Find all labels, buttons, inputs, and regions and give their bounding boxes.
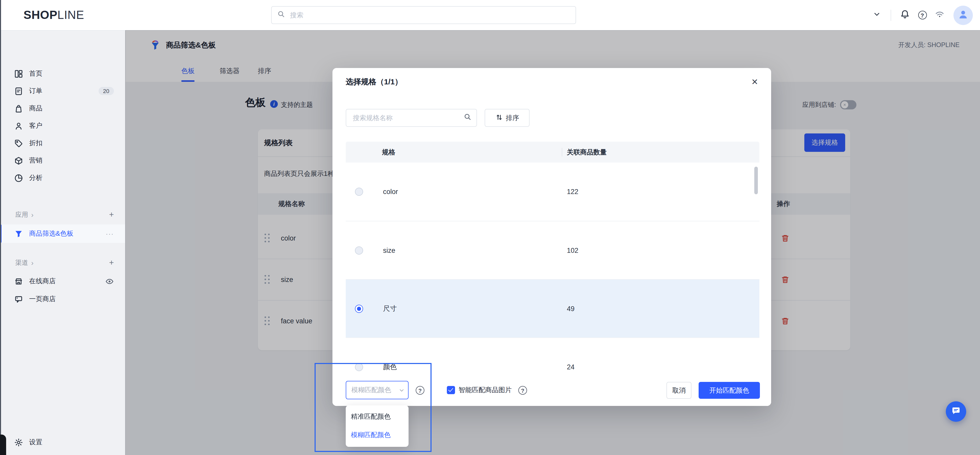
sort-button[interactable]: 排序 <box>485 109 530 127</box>
chevron-right-icon: › <box>31 259 33 267</box>
sidebar-section-channels[interactable]: 渠道 › + <box>0 254 125 271</box>
sidebar-item-label: 设置 <box>29 437 42 447</box>
shopline-logo: SHOPLINE <box>24 0 84 30</box>
sidebar-item-label: 折扣 <box>29 139 42 148</box>
dashboard-icon <box>14 69 23 78</box>
topbar-divider <box>891 10 891 21</box>
radio-unchecked[interactable] <box>355 363 363 371</box>
radio-unchecked[interactable] <box>355 188 363 196</box>
more-options-icon[interactable]: ··· <box>106 230 114 238</box>
sidebar-item-orders[interactable]: 订单 20 <box>0 82 125 100</box>
eye-icon[interactable] <box>105 277 114 286</box>
add-channel-button[interactable]: + <box>109 259 114 267</box>
network-status[interactable] <box>931 6 948 24</box>
sidebar-section-apps[interactable]: 应用 › + <box>0 206 125 224</box>
spec-row-size[interactable]: size 102 <box>346 221 759 279</box>
sidebar-item-label: 商品筛选&色板 <box>29 229 73 238</box>
gear-icon <box>14 438 23 447</box>
sidebar-item-label: 一页商店 <box>29 294 56 304</box>
sidebar-item-products[interactable]: 商品 <box>0 100 125 117</box>
match-mode-dropdown[interactable]: 模糊匹配颜色 <box>346 381 409 399</box>
column-divider <box>562 148 562 156</box>
global-search-input[interactable] <box>289 11 576 19</box>
radio-checked[interactable] <box>355 305 363 313</box>
scrollbar-thumb[interactable] <box>754 167 758 194</box>
sidebar: 首页 订单 20 商品 客户 折扣 营销 分析 应用 › <box>0 30 126 455</box>
radio-unchecked[interactable] <box>355 246 363 254</box>
sidebar-item-label: 商品 <box>29 104 42 113</box>
page-tag-icon <box>14 295 23 303</box>
help-button[interactable]: ? <box>913 6 931 24</box>
spec-search[interactable] <box>346 109 477 127</box>
spec-search-input[interactable] <box>352 113 464 122</box>
orders-count-badge: 20 <box>99 87 114 95</box>
spec-row-color[interactable]: color 122 <box>346 163 759 221</box>
dropdown-value: 模糊匹配颜色 <box>352 385 399 395</box>
sidebar-item-label: 订单 <box>29 86 42 96</box>
sort-icon <box>495 113 503 123</box>
sidebar-item-label: 在线商店 <box>29 276 56 286</box>
match-mode-options: 精准匹配颜色 模糊匹配颜色 <box>346 406 409 447</box>
column-count: 关联商品数量 <box>567 142 607 163</box>
sidebar-item-settings[interactable]: 设置 <box>0 434 125 451</box>
sidebar-item-online-store[interactable]: 在线商店 <box>0 273 125 290</box>
modal-table-header: 规格 关联商品数量 <box>346 142 759 163</box>
sidebar-item-label: 营销 <box>29 156 42 165</box>
sort-label: 排序 <box>506 113 519 123</box>
add-app-button[interactable]: + <box>109 211 114 219</box>
chat-fab[interactable] <box>946 401 966 422</box>
sidebar-item-home[interactable]: 首页 <box>0 65 125 82</box>
option-fuzzy-match[interactable]: 模糊匹配颜色 <box>346 426 409 444</box>
spec-count: 122 <box>567 188 578 196</box>
column-spec: 规格 <box>382 142 395 163</box>
global-search[interactable] <box>271 6 576 24</box>
spec-row-yanse[interactable]: 颜色 24 <box>346 337 759 376</box>
sidebar-item-marketing[interactable]: 营销 <box>0 152 125 169</box>
help-icon: ? <box>918 11 927 19</box>
option-exact-match[interactable]: 精准匹配颜色 <box>346 407 409 426</box>
help-icon[interactable]: ? <box>416 386 425 395</box>
spec-count: 24 <box>567 363 574 370</box>
spec-count: 49 <box>567 305 574 312</box>
pie-chart-icon <box>14 174 23 182</box>
sidebar-item-label: 分析 <box>29 173 42 182</box>
smart-match-checkbox[interactable] <box>447 386 455 394</box>
section-label: 渠道 <box>15 259 28 267</box>
sidebar-item-customers[interactable]: 客户 <box>0 117 125 134</box>
sidebar-item-label: 首页 <box>29 69 42 78</box>
cancel-button[interactable]: 取消 <box>667 382 692 399</box>
avatar[interactable] <box>953 5 973 25</box>
bag-icon <box>14 104 23 113</box>
search-icon <box>464 113 471 123</box>
bell-icon <box>900 10 910 21</box>
close-icon[interactable]: × <box>749 74 760 89</box>
modal-table-body: color 122 size 102 尺寸 49 颜色 24 <box>346 163 759 376</box>
section-label: 应用 <box>15 211 28 219</box>
modal-title: 选择规格（1/1） <box>346 77 402 87</box>
spec-name: size <box>383 246 395 254</box>
sidebar-item-label: 客户 <box>29 121 42 130</box>
start-match-button[interactable]: 开始匹配颜色 <box>698 382 760 399</box>
spec-count: 102 <box>567 246 578 254</box>
sidebar-item-analytics[interactable]: 分析 <box>0 169 125 187</box>
logo-bold: SHOP <box>24 8 57 22</box>
chevron-down-icon <box>873 10 881 20</box>
spec-name: color <box>383 188 398 196</box>
sidebar-item-discounts[interactable]: 折扣 <box>0 134 125 152</box>
notifications-button[interactable] <box>896 6 913 24</box>
sidebar-item-product-filter-app[interactable]: 商品筛选&色板 ··· <box>0 224 125 243</box>
storefront-icon <box>14 277 23 286</box>
order-icon <box>14 87 23 95</box>
chevron-down-icon <box>399 387 404 393</box>
wifi-icon <box>935 10 944 21</box>
user-icon <box>958 8 969 22</box>
tag-icon <box>14 139 23 147</box>
store-switcher-chevron[interactable] <box>868 6 886 24</box>
smart-match-label: 智能匹配商品图片 <box>458 376 512 404</box>
funnel-icon <box>14 229 23 238</box>
help-icon[interactable]: ? <box>519 386 527 395</box>
topbar-right: ? <box>868 0 980 30</box>
topbar: SHOPLINE ? <box>0 0 980 31</box>
sidebar-item-one-page-store[interactable]: 一页商店 <box>0 291 125 308</box>
spec-row-chicun[interactable]: 尺寸 49 <box>346 279 759 337</box>
